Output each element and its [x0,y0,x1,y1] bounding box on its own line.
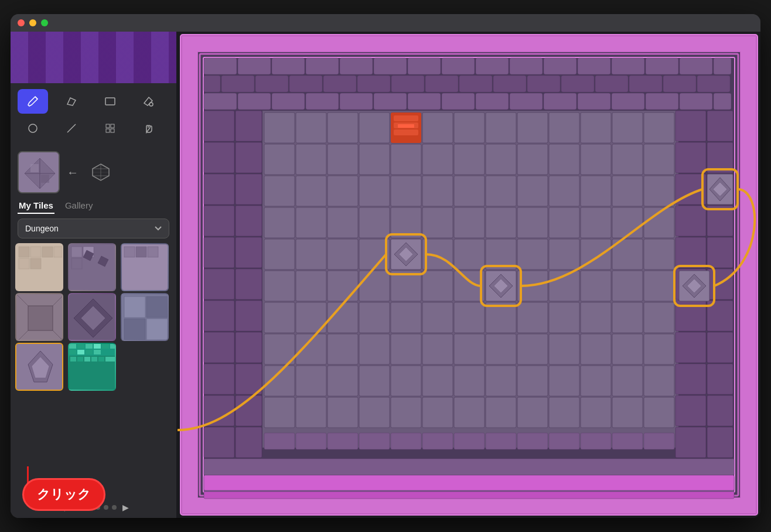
svg-rect-131 [517,112,548,143]
svg-rect-275 [676,111,706,141]
svg-rect-150 [296,176,326,206]
close-button[interactable] [18,19,25,26]
click-badge[interactable]: クリック [22,478,105,511]
svg-rect-302 [422,433,453,449]
svg-rect-155 [454,176,485,206]
svg-rect-250 [581,397,611,428]
svg-rect-102 [629,76,662,92]
svg-rect-189 [296,271,326,301]
rectangle-tool-button[interactable] [95,89,125,114]
svg-rect-113 [442,93,475,110]
svg-rect-312 [204,475,734,490]
tile-cell-selected[interactable] [15,343,63,391]
nav-dot-5[interactable] [104,505,108,510]
eraser-tool-button[interactable] [56,89,87,114]
gallery-tab[interactable]: Gallery [64,198,94,214]
svg-rect-84 [578,58,610,74]
title-bar [11,14,760,32]
svg-rect-34 [28,306,53,330]
svg-rect-120 [680,93,712,110]
hand-tool-button[interactable] [133,116,163,141]
tile-cell[interactable] [68,293,116,341]
tabs-section: My Tiles Gallery [11,198,176,214]
header-texture [11,32,176,83]
svg-rect-152 [359,176,390,206]
fill-tool-button[interactable] [133,89,163,114]
svg-rect-86 [646,58,678,74]
svg-rect-248 [517,397,548,428]
tile-cell[interactable] [15,243,63,291]
current-tile-preview[interactable] [18,151,60,193]
tile-3d-icon [86,157,116,187]
svg-rect-294 [707,364,733,394]
svg-rect-191 [359,271,390,301]
right-canvas[interactable] [178,32,760,518]
svg-rect-111 [374,93,407,110]
tile-back-button[interactable]: ← [64,163,81,182]
svg-rect-97 [459,76,492,92]
svg-rect-214 [264,334,295,364]
svg-rect-76 [306,58,339,74]
svg-point-2 [29,124,37,132]
svg-rect-243 [359,397,390,428]
svg-rect-119 [646,93,678,110]
svg-rect-206 [422,302,453,333]
svg-rect-251 [612,397,643,428]
svg-rect-201 [264,302,295,333]
svg-rect-160 [612,176,643,206]
tileset-dropdown[interactable]: Dungeon Forest Castle Cave Town [18,219,169,238]
svg-rect-226 [644,334,674,364]
svg-rect-158 [549,176,579,206]
tile-cell[interactable] [15,293,63,341]
tile-cell[interactable] [68,343,116,391]
svg-rect-264 [236,111,262,141]
svg-rect-77 [340,58,373,74]
nav-right-arrow[interactable]: ▶ [120,502,131,513]
svg-rect-129 [454,112,485,143]
svg-rect-156 [486,176,516,206]
svg-rect-164 [327,207,358,238]
svg-rect-128 [422,112,453,143]
tiles-grid-section [11,243,176,497]
ellipse-tool-button[interactable] [18,116,48,141]
svg-rect-13 [41,175,49,183]
svg-rect-234 [486,366,516,396]
svg-rect-80 [442,58,475,74]
svg-rect-245 [422,397,453,428]
svg-rect-169 [486,207,516,238]
svg-rect-74 [238,58,271,74]
svg-rect-108 [272,93,305,110]
svg-rect-59 [77,357,83,362]
nav-dot-6[interactable] [112,505,117,510]
svg-rect-188 [264,271,295,301]
svg-rect-47 [69,344,76,349]
svg-line-3 [67,124,76,132]
svg-rect-260 [204,332,234,363]
tile-cell[interactable] [68,243,116,291]
svg-rect-151 [327,176,358,206]
svg-rect-211 [581,302,611,333]
maximize-button[interactable] [41,19,48,26]
svg-rect-317 [394,129,418,135]
svg-rect-79 [408,58,441,74]
svg-rect-134 [612,112,643,143]
line-tool-button[interactable] [56,116,87,141]
svg-rect-142 [454,144,485,175]
tile-cell[interactable] [121,293,169,341]
stamp-tool-button[interactable] [95,116,125,141]
tile-cell[interactable] [121,243,169,291]
svg-rect-310 [204,459,734,475]
tiles-grid [15,243,172,391]
svg-rect-204 [359,302,390,333]
my-tiles-tab[interactable]: My Tiles [18,198,54,214]
svg-rect-67 [182,36,756,52]
pencil-tool-button[interactable] [18,89,48,114]
svg-rect-231 [391,366,421,396]
svg-rect-255 [204,174,234,204]
svg-rect-303 [454,433,485,449]
svg-rect-216 [327,334,358,364]
svg-rect-258 [204,269,234,299]
dropdown-section: Dungeon Forest Castle Cave Town [11,219,176,238]
minimize-button[interactable] [29,19,36,26]
svg-rect-217 [359,334,390,364]
